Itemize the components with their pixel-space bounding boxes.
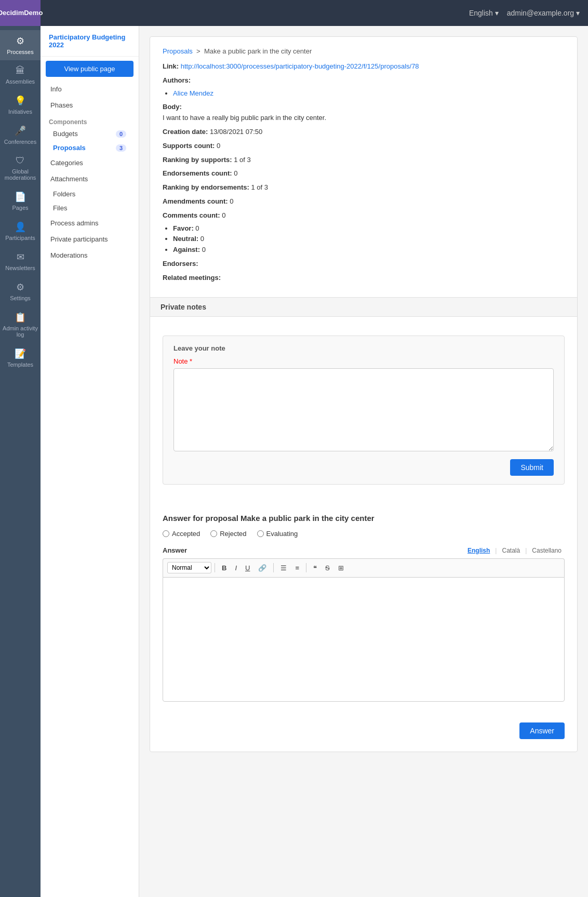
assemblies-icon: 🏛 [16,65,25,76]
strikethrough-button[interactable]: S [322,562,333,574]
sidebar-item-initiatives[interactable]: 💡 Initiatives [0,90,41,120]
sidebar-item-label: Admin activity log [2,325,38,338]
ranking-supports-row: Ranking by supports: 1 of 3 [163,155,565,166]
related-meetings-label: Related meetings: [163,274,221,282]
lang-tab-english[interactable]: English [464,546,493,555]
breadcrumb-parent[interactable]: Proposals [163,47,193,55]
blockquote-button[interactable]: ❝ [310,562,320,574]
lang-tab-catala[interactable]: Català [499,546,523,555]
comments-count-row: Comments count: 0 Favor: 0 Neutral: 0 Ag… [163,210,565,256]
ranking-endorsements-value: 1 of 3 [251,183,269,191]
sidebar-item-conferences[interactable]: 🎤 Conferences [0,120,41,150]
rejected-label-text: Rejected [220,530,246,538]
sidebar-item-templates[interactable]: 📝 Templates [0,343,41,373]
link-button[interactable]: 🔗 [255,562,270,574]
answer-editor[interactable] [163,577,565,702]
supports-count-row: Supports count: 0 [163,141,565,152]
app-name: Decidim [0,9,24,17]
nav-item-proposals[interactable]: Proposals 3 [41,141,139,155]
sidebar-item-admin-activity[interactable]: 📋 Admin activity log [0,306,41,343]
endorsements-count-label: Endorsements count: [163,169,232,177]
initiatives-icon: 💡 [15,95,26,106]
comments-count-label: Comments count: [163,211,220,219]
against-value: 0 [202,246,206,253]
nav-item-private-participants[interactable]: Private participants [41,231,139,247]
note-textarea[interactable] [173,368,554,451]
sidebar-item-label: Conferences [4,139,36,145]
view-public-page-button[interactable]: View public page [46,61,133,77]
sidebar-item-label: Newsletters [5,265,35,271]
user-email: admin@example.org [507,9,574,17]
sidebar-item-newsletters[interactable]: ✉ Newsletters [0,246,41,276]
amendments-count-row: Amendments count: 0 [163,196,565,207]
sidebar: ⚙ Processes 🏛 Assemblies 💡 Initiatives 🎤… [0,26,41,897]
templates-icon: 📝 [15,348,26,359]
rejected-radio-label[interactable]: Rejected [210,530,246,538]
proposal-link[interactable]: http://localhost:3000/processes/particip… [181,62,419,70]
admin-activity-icon: 📋 [15,312,26,323]
required-marker: * [190,357,192,365]
nav-item-categories[interactable]: Categories [41,155,139,171]
pages-icon: 📄 [15,191,26,203]
participants-icon: 👤 [15,221,26,233]
user-menu[interactable]: admin@example.org ▾ [507,9,580,17]
accepted-radio-label[interactable]: Accepted [163,530,200,538]
nav-item-process-admins[interactable]: Process admins [41,215,139,231]
nav-item-attachments[interactable]: Attachments [41,171,139,187]
sidebar-item-participants[interactable]: 👤 Participants [0,216,41,246]
accepted-label-text: Accepted [172,530,200,538]
sidebar-item-pages[interactable]: 📄 Pages [0,186,41,216]
main-content: Proposals > Make a public park in the ci… [139,26,588,897]
nav-item-budgets[interactable]: Budgets 0 [41,127,139,141]
link-label: Link: [163,62,179,70]
nav-item-info[interactable]: Info [41,81,139,97]
submit-note-button[interactable]: Submit [510,459,554,476]
sidebar-item-label: Participants [5,235,35,241]
neutral-value: 0 [201,235,204,243]
answer-label-row: Answer English | Català | Castellano [163,546,565,555]
authors-label: Authors: [163,76,191,84]
language-selector[interactable]: English ▾ [469,9,499,17]
proposals-badge: 3 [116,144,126,152]
nav-item-phases[interactable]: Phases [41,97,139,113]
format-select[interactable]: Normal Heading 1 Heading 2 Heading 3 [167,562,211,573]
sidebar-item-settings[interactable]: ⚙ Settings [0,276,41,306]
authors-row: Authors: Alice Mendez [163,75,565,99]
nav-item-moderations[interactable]: Moderations [41,247,139,263]
lang-tab-castellano[interactable]: Castellano [529,546,565,555]
newsletters-icon: ✉ [17,251,24,263]
embed-button[interactable]: ⊞ [335,562,348,574]
favor-value: 0 [195,224,199,232]
evaluating-radio-label[interactable]: Evaluating [257,530,298,538]
ul-button[interactable]: ☰ [277,562,290,574]
sidebar-item-processes[interactable]: ⚙ Processes [0,30,41,60]
proposal-detail-inner: Proposals > Make a public park in the ci… [150,37,577,297]
rejected-radio[interactable] [210,530,217,537]
italic-button[interactable]: I [231,562,240,574]
ranking-supports-label: Ranking by supports: [163,156,232,164]
language-arrow-icon: ▾ [495,9,499,17]
language-tabs: English | Català | Castellano [464,546,565,555]
supports-count-value: 0 [217,142,220,150]
components-section-label: Components [41,115,139,127]
nav-item-files[interactable]: Files [41,201,139,215]
answer-section: Answer for proposal Make a public park i… [150,503,577,712]
bold-button[interactable]: B [218,562,230,574]
author-link[interactable]: Alice Mendez [173,89,213,97]
nav-item-folders[interactable]: Folders [41,187,139,201]
evaluating-radio[interactable] [257,530,264,537]
app-sub: Demo [24,9,43,17]
underline-button[interactable]: U [242,562,253,574]
budgets-label: Budgets [53,130,78,138]
processes-icon: ⚙ [16,35,24,47]
answer-status-radio-group: Accepted Rejected Evaluating [163,530,565,538]
accepted-radio[interactable] [163,530,169,537]
budgets-badge: 0 [116,130,126,138]
language-label: English [469,9,493,17]
ranking-supports-value: 1 of 3 [234,156,251,164]
ol-button[interactable]: ≡ [291,562,303,574]
sidebar-item-assemblies[interactable]: 🏛 Assemblies [0,60,41,90]
answer-button[interactable]: Answer [519,722,565,739]
sidebar-item-global-moderations[interactable]: 🛡 Global moderations [0,150,41,186]
creation-date-label: Creation date: [163,128,208,136]
